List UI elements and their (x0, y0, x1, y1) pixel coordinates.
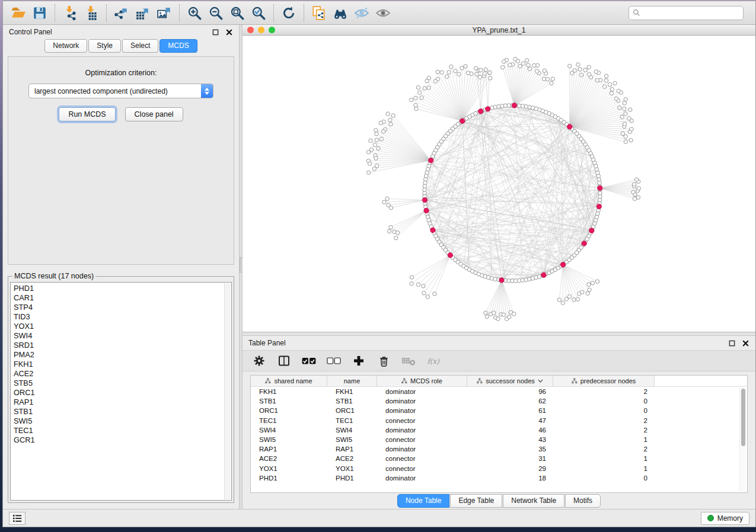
column-type-icon (265, 378, 271, 384)
zoom-fit-button[interactable] (227, 3, 248, 23)
network-window-titlebar[interactable]: YPA_prune.txt_1 (243, 25, 755, 36)
column-header-shared-name[interactable]: shared name (251, 376, 327, 386)
table-row[interactable]: ACE2ACE2connector311 (251, 454, 747, 463)
mcds-result-item[interactable]: ACE2 (14, 369, 223, 379)
mcds-result-item[interactable]: PHD1 (14, 284, 223, 293)
tab-motifs[interactable]: Motifs (565, 494, 601, 508)
criterion-select[interactable]: largest connected component (undirected) (28, 84, 213, 98)
mcds-result-list[interactable]: PHD1CAR1STP4TID3YOX1SWI4SRD1PMA2FKH1ACE2… (10, 282, 232, 501)
mcds-result-item[interactable]: CAR1 (14, 293, 223, 303)
zoom-in-button[interactable] (184, 3, 205, 23)
deselect-all-icon[interactable] (327, 354, 341, 368)
table-panel-title: Table Panel (248, 339, 286, 347)
cell-name: PHD1 (327, 475, 377, 482)
mcds-result-item[interactable]: STP4 (14, 303, 223, 312)
status-bar: Memory (3, 509, 755, 527)
tab-edge-table[interactable]: Edge Table (450, 494, 502, 508)
cell-name: RAP1 (327, 446, 377, 453)
cell-predecessor-nodes: 2 (553, 388, 655, 395)
mcds-result-item[interactable]: PMA2 (14, 350, 223, 360)
run-mcds-button[interactable]: Run MCDS (59, 107, 115, 121)
tab-select[interactable]: Select (122, 39, 158, 53)
column-header-MCDS-role[interactable]: MCDS role (377, 376, 467, 386)
hide-selected-button[interactable] (351, 3, 372, 23)
table-row[interactable]: STB1STB1dominator620 (251, 396, 747, 406)
table-row[interactable]: YOX1YOX1connector291 (251, 464, 747, 473)
network-canvas[interactable] (243, 36, 755, 332)
show-all-button[interactable] (372, 3, 394, 23)
float-panel-icon[interactable] (728, 339, 736, 347)
mcds-list-scrollbar[interactable] (224, 283, 231, 499)
memory-button[interactable]: Memory (701, 512, 749, 525)
float-panel-icon[interactable] (211, 28, 219, 36)
open-session-button[interactable] (8, 3, 29, 23)
cell-shared-name: SWI5 (251, 436, 327, 443)
mcds-result-item[interactable]: STB1 (14, 407, 223, 416)
mcds-result-item[interactable]: FKH1 (14, 360, 223, 369)
table-scrollbar[interactable] (739, 388, 746, 491)
export-network-button[interactable] (111, 3, 132, 23)
select-stepper-icon (201, 84, 213, 98)
table-row[interactable]: RAP1RAP1dominator352 (251, 444, 747, 454)
mcds-result-item[interactable]: SWI5 (14, 416, 223, 426)
mcds-result-item[interactable]: YOX1 (14, 322, 223, 331)
cell-shared-name: PHD1 (251, 475, 327, 482)
table-row[interactable]: TEC1TEC1connector472 (251, 416, 747, 425)
table-row[interactable]: SWI5SWI5connector431 (251, 435, 747, 444)
table-row[interactable]: SWI4SWI4dominator462 (251, 425, 747, 435)
criterion-selected-value: largest connected component (undirected) (29, 87, 201, 95)
cell-predecessor-nodes: 0 (553, 398, 655, 405)
tab-network-table[interactable]: Network Table (503, 494, 564, 508)
import-network-button[interactable] (59, 3, 81, 23)
export-table-button[interactable] (132, 3, 154, 23)
import-table-button[interactable] (81, 3, 102, 23)
tab-mcds[interactable]: MCDS (160, 39, 197, 53)
settings-gear-icon[interactable] (252, 354, 266, 368)
mcds-result-item[interactable]: TEC1 (14, 426, 223, 435)
network-search-box[interactable] (629, 6, 744, 20)
export-image-button[interactable] (154, 3, 175, 23)
tab-style[interactable]: Style (88, 39, 121, 53)
add-column-plus-icon[interactable] (352, 354, 366, 368)
select-all-icon[interactable] (302, 354, 316, 368)
tab-network[interactable]: Network (44, 39, 87, 53)
close-panel-button[interactable]: Close panel (125, 107, 183, 121)
network-graph[interactable] (243, 36, 755, 332)
save-session-button[interactable] (29, 3, 50, 23)
binoculars-search-button[interactable] (330, 3, 351, 23)
mcds-result-item[interactable]: RAP1 (14, 398, 223, 407)
column-header-name[interactable]: name (327, 376, 377, 386)
show-column-pane-icon[interactable] (277, 354, 291, 368)
close-panel-icon[interactable] (741, 339, 749, 347)
duplicate-network-button[interactable] (308, 3, 330, 23)
table-row[interactable]: PHD1PHD1dominator180 (251, 473, 747, 483)
column-header-successor-nodes[interactable]: successor nodes (467, 376, 553, 386)
close-panel-icon[interactable] (225, 28, 233, 36)
table-body: FKH1FKH1dominator962STB1STB1dominator620… (251, 387, 747, 492)
table-row[interactable]: ORC1ORC1dominator610 (251, 406, 747, 415)
mcds-result-item[interactable]: STB5 (14, 379, 223, 388)
cell-name: FKH1 (327, 388, 377, 395)
delete-column-trash-icon[interactable] (377, 354, 391, 368)
mcds-result-item[interactable]: SWI4 (14, 331, 223, 341)
cell-predecessor-nodes: 1 (553, 455, 655, 462)
toolbar-separator (106, 4, 107, 22)
mcds-result-item[interactable]: TID3 (14, 312, 223, 322)
table-scrollbar-thumb[interactable] (741, 389, 745, 446)
zoom-out-button[interactable] (205, 3, 227, 23)
refresh-button[interactable] (278, 3, 299, 23)
mcds-result-item[interactable]: SRD1 (14, 341, 223, 350)
mcds-result-item[interactable]: GCR1 (14, 435, 223, 445)
column-header-label: predecessor nodes (580, 377, 636, 384)
cell-MCDS-role: connector (377, 455, 467, 462)
column-header-predecessor-nodes[interactable]: predecessor nodes (553, 376, 655, 386)
import-network-icon (62, 5, 78, 21)
mcds-result-item[interactable]: ORC1 (14, 388, 223, 398)
zoom-selected-button[interactable] (248, 3, 269, 23)
tab-node-table[interactable]: Node Table (397, 494, 450, 508)
table-row[interactable]: FKH1FKH1dominator962 (251, 387, 747, 396)
network-window-title: YPA_prune.txt_1 (243, 26, 755, 34)
node-table: shared namenameMCDS rolesuccessor nodesp… (250, 375, 748, 493)
panel-list-button[interactable] (9, 512, 25, 525)
search-input[interactable] (643, 9, 739, 17)
